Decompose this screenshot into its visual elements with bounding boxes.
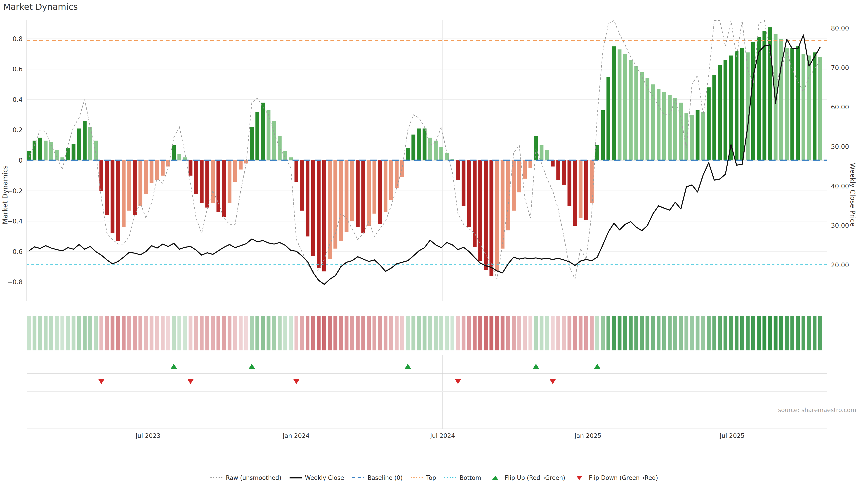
- heatmap-cell: [807, 316, 811, 350]
- dynamics-bar: [395, 160, 399, 188]
- heatmap-cell: [584, 316, 588, 350]
- heatmap-cell: [673, 316, 677, 350]
- dynamics-bar: [272, 121, 276, 160]
- left-axis-tick: −0.6: [7, 248, 23, 256]
- dynamics-bar: [478, 160, 482, 261]
- dynamics-bar: [423, 129, 427, 160]
- heatmap-cell: [133, 316, 137, 350]
- heatmap-cell: [55, 316, 59, 350]
- heatmap-cell: [501, 316, 504, 350]
- dynamics-bar: [138, 160, 143, 206]
- heatmap-cell: [127, 316, 131, 350]
- legend-label-bottom: Bottom: [460, 475, 481, 481]
- heatmap-cell: [38, 316, 42, 350]
- heatmap-cell: [72, 316, 75, 350]
- heatmap-cell: [88, 316, 92, 350]
- heatmap-cell: [712, 316, 716, 350]
- dynamics-bar: [378, 160, 382, 224]
- dynamics-bar: [735, 51, 739, 160]
- dynamics-bar: [133, 160, 137, 215]
- heatmap-cell: [333, 316, 337, 350]
- heatmap-cell: [818, 316, 822, 350]
- heatmap-cell: [166, 316, 170, 350]
- dynamics-bar: [345, 160, 348, 232]
- heatmap-cell: [389, 316, 393, 350]
- heatmap-cell: [646, 316, 649, 350]
- dynamics-bar: [77, 129, 81, 160]
- flip-down-marker: [293, 379, 300, 384]
- heatmap-cell: [768, 316, 772, 350]
- flip-up-marker: [594, 364, 600, 369]
- legend-label-weekly-close: Weekly Close: [305, 475, 344, 481]
- left-axis-tick: 0.8: [12, 35, 23, 43]
- dynamics-bar: [629, 60, 633, 160]
- dynamics-bar: [200, 160, 204, 203]
- dynamics-bar: [294, 160, 298, 182]
- heatmap-cell: [579, 316, 583, 350]
- heatmap-cell: [802, 316, 805, 350]
- dynamics-bar: [27, 151, 31, 160]
- dynamics-bar: [228, 160, 231, 203]
- heatmap-cell: [116, 316, 120, 350]
- dynamics-bar: [684, 113, 688, 160]
- dynamics-bar: [651, 85, 655, 161]
- dynamics-bar: [127, 160, 131, 210]
- dynamics-bar: [43, 141, 48, 160]
- heatmap-cell: [138, 316, 143, 350]
- right-axis-tick: 40.00: [831, 183, 849, 190]
- chart-legend: Raw (unsmoothed)Weekly CloseBaseline (0)…: [0, 475, 868, 481]
- heatmap-cell: [439, 316, 443, 350]
- dynamics-bar: [718, 65, 722, 160]
- heatmap-cell: [77, 316, 81, 350]
- dynamics-bar: [467, 160, 471, 227]
- dynamics-bar: [339, 160, 343, 241]
- heatmap-cell: [696, 316, 700, 350]
- right-axis-tick: 60.00: [831, 103, 849, 111]
- heatmap-cell: [690, 316, 694, 350]
- heatmap-cell: [328, 316, 332, 350]
- heatmap-cell: [651, 316, 655, 350]
- flip-up-marker: [404, 364, 411, 369]
- dynamics-bar: [484, 160, 488, 270]
- dynamics-bar: [72, 144, 75, 160]
- heatmap-cell: [757, 316, 761, 350]
- dynamics-bar: [573, 160, 577, 226]
- heatmap-cell: [763, 316, 766, 350]
- heatmap-cell: [629, 316, 633, 350]
- dynamics-bar: [278, 136, 282, 160]
- dynamics-bar: [646, 78, 649, 160]
- heatmap-cell: [250, 316, 254, 350]
- flip-down-marker: [455, 379, 461, 384]
- dynamics-bar: [807, 56, 811, 160]
- heatmap-cell: [244, 316, 248, 350]
- heatmap-cell: [612, 316, 616, 350]
- flip-up-marker: [532, 364, 539, 369]
- market-dynamics-chart: 0.80.60.40.20−0.2−0.4−0.6−0.880.0070.006…: [0, 0, 868, 488]
- heatmap-cell: [601, 316, 604, 350]
- dynamics-bar: [99, 160, 103, 191]
- dynamics-bar: [612, 46, 616, 160]
- heatmap-cell: [813, 316, 816, 350]
- heatmap-cell: [518, 316, 521, 350]
- legend-item-flip-up: Flip Up (Red→Green): [489, 475, 565, 481]
- heatmap-cell: [66, 316, 70, 350]
- legend-label-flip-up: Flip Up (Red→Green): [505, 475, 565, 481]
- dynamics-bar: [289, 158, 293, 160]
- dynamics-bar: [111, 160, 114, 233]
- weekly-close-swatch-icon: [289, 475, 302, 481]
- flip-down-swatch-icon: [573, 475, 586, 481]
- heatmap-cell: [785, 316, 789, 350]
- dynamics-bar: [434, 141, 438, 160]
- dynamics-bar: [601, 110, 604, 160]
- heatmap-cell: [495, 316, 499, 350]
- heatmap-cell: [362, 316, 365, 350]
- heatmap-cell: [400, 316, 404, 350]
- dynamics-bar: [188, 160, 192, 175]
- heatmap-cell: [255, 316, 259, 350]
- heatmap-cell: [350, 316, 354, 350]
- left-axis-tick: 0: [19, 157, 23, 164]
- heatmap-cell: [217, 316, 220, 350]
- heatmap-cell: [539, 316, 544, 350]
- bottom-swatch-icon: [444, 475, 457, 481]
- dynamics-bar: [311, 160, 315, 256]
